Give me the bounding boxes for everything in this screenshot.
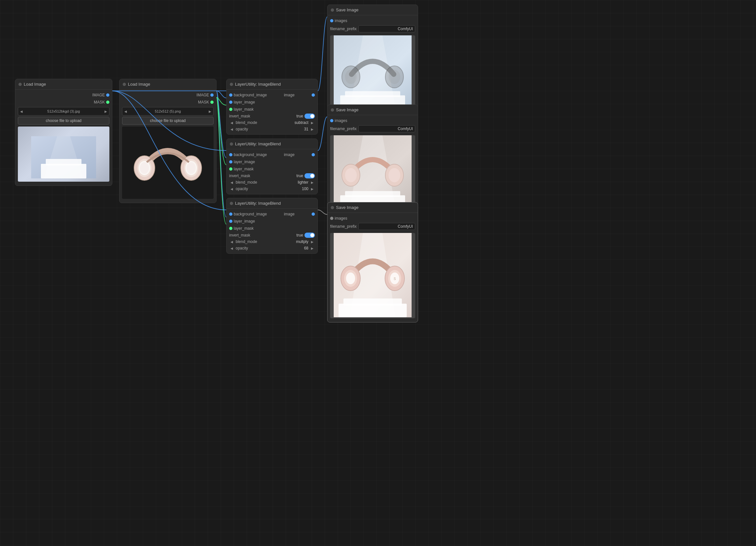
save-dot-3: [331, 206, 334, 209]
blend1-mode-row: ◀ blend_mode subtract ▶: [227, 119, 317, 126]
blend3-mask-port[interactable]: [229, 227, 232, 230]
blend3-layer-port[interactable]: [229, 220, 232, 223]
svg-rect-39: [343, 298, 402, 305]
blend1-mask-port[interactable]: [229, 108, 232, 111]
blend3-bg-row: background_image image: [227, 211, 317, 218]
save2-filename-input[interactable]: [358, 125, 415, 132]
blend1-mode-next[interactable]: ▶: [310, 120, 315, 125]
file-next-1[interactable]: ▶: [105, 110, 107, 113]
save1-preview-svg: [330, 35, 415, 107]
svg-rect-28: [345, 191, 400, 197]
blend-dot-1: [230, 83, 233, 86]
output-image-row-2: IMAGE: [119, 92, 216, 99]
svg-point-25: [345, 168, 357, 182]
save2-preview: [330, 135, 415, 208]
bg-preview-svg-1: [31, 136, 96, 179]
save1-filename-label: filename_prefix: [330, 27, 356, 31]
save-title-2: Save Image: [336, 107, 358, 112]
blend2-mode-prev[interactable]: ◀: [229, 180, 234, 185]
blend2-mode-next[interactable]: ▶: [310, 180, 315, 185]
blend1-bg-row: background_image image: [227, 92, 317, 99]
blend2-layer-port[interactable]: [229, 160, 232, 164]
file-select-1[interactable]: ◀ 512x512bkgd (3).jpg ▶: [18, 107, 109, 116]
blend2-mask-port[interactable]: [229, 168, 232, 171]
blend1-invert-toggle[interactable]: [304, 114, 315, 119]
save1-filename-input[interactable]: [358, 25, 415, 32]
blend1-opacity-row: ◀ opacity 31 ▶: [227, 126, 317, 132]
save3-filename-input[interactable]: [358, 223, 415, 230]
save-header-2: Save Image: [328, 105, 418, 115]
blend1-opacity-next[interactable]: ▶: [310, 127, 315, 132]
save3-images-port[interactable]: [330, 217, 333, 220]
blend2-invert-toggle[interactable]: [304, 173, 315, 179]
file-select-2[interactable]: ◀ 512x512 (5).png ▶: [122, 107, 214, 116]
svg-point-33: [346, 273, 355, 284]
save-header-3: Save Image: [328, 203, 418, 213]
save-image-node-2: Save Image images filename_prefix: [327, 105, 418, 212]
output-image-label-2: IMAGE: [196, 93, 209, 97]
blend3-output-port[interactable]: [312, 213, 315, 216]
blend2-mask-label: layer_mask: [234, 167, 254, 171]
blend1-mode-prev[interactable]: ◀: [229, 120, 234, 125]
image-preview-2: [122, 127, 214, 199]
blend3-invert-label: invert_mask: [229, 233, 295, 238]
output-mask-label-2: MASK: [198, 100, 209, 105]
blend1-output-port[interactable]: [312, 93, 315, 97]
save1-images-label: images: [335, 19, 347, 23]
file-prev-1[interactable]: ◀: [20, 110, 23, 113]
blend1-opacity-prev[interactable]: ◀: [229, 127, 234, 132]
node-title-2: Load Image: [128, 82, 150, 87]
svg-rect-20: [345, 91, 400, 97]
output-image-port-2[interactable]: [210, 93, 214, 97]
blend-title-3: LayerUtility: ImageBlend: [235, 201, 281, 206]
svg-point-11: [139, 161, 150, 175]
blend-title-1: LayerUtility: ImageBlend: [235, 82, 281, 87]
blend-title-2: LayerUtility: ImageBlend: [235, 142, 281, 146]
blend3-invert-toggle[interactable]: [304, 233, 315, 238]
save3-images-row: images: [328, 215, 418, 222]
save2-filename-label: filename_prefix: [330, 127, 356, 131]
blend2-opacity-prev[interactable]: ◀: [229, 186, 234, 192]
save2-images-port[interactable]: [330, 119, 333, 122]
blend2-output-label: image: [284, 153, 295, 157]
svg-rect-2: [41, 164, 86, 179]
bg-preview-1: [18, 127, 109, 182]
upload-btn-2[interactable]: choose file to upload: [122, 117, 214, 125]
blend2-opacity-label: opacity: [236, 187, 301, 191]
save1-images-port[interactable]: [330, 19, 333, 22]
blend2-bg-port[interactable]: [229, 153, 232, 156]
blend3-mode-next[interactable]: ▶: [310, 239, 315, 244]
load-image-node-1: Load Image IMAGE MASK ◀ 512x512bkgd (3).…: [15, 79, 112, 186]
blend1-bg-port[interactable]: [229, 93, 232, 97]
blend3-mode-prev[interactable]: ◀: [229, 239, 234, 244]
blend3-output-label: image: [284, 212, 295, 217]
blend1-layer-port[interactable]: [229, 101, 232, 104]
file-next-2[interactable]: ▶: [209, 110, 211, 113]
blend3-bg-port[interactable]: [229, 213, 232, 216]
save3-filename-row: filename_prefix: [328, 222, 418, 231]
blend1-layer-row: layer_image: [227, 99, 317, 106]
save2-images-label: images: [335, 118, 347, 123]
output-mask-port-2[interactable]: [210, 101, 214, 104]
blend2-mode-value: lighter: [298, 180, 308, 185]
image-preview-1: [18, 127, 109, 182]
save2-images-row: images: [328, 117, 418, 124]
blend-header-1: LayerUtility: ImageBlend: [227, 79, 317, 90]
svg-point-26: [389, 168, 400, 182]
blend3-opacity-next[interactable]: ▶: [310, 246, 315, 251]
blend3-mask-label: layer_mask: [234, 226, 254, 231]
output-image-port-1[interactable]: [106, 93, 109, 97]
save3-images-label: images: [335, 216, 347, 221]
svg-rect-3: [46, 159, 81, 166]
blend2-output-port[interactable]: [312, 153, 315, 156]
save1-preview: [330, 35, 415, 108]
blend3-opacity-prev[interactable]: ◀: [229, 246, 234, 251]
blend1-invert-label: invert_mask: [229, 114, 295, 118]
upload-btn-1[interactable]: choose file to upload: [18, 117, 109, 125]
output-mask-port-1[interactable]: [106, 101, 109, 104]
blend2-opacity-next[interactable]: ▶: [310, 186, 315, 192]
file-prev-2[interactable]: ◀: [124, 110, 127, 113]
blend1-bg-label: background_image: [234, 93, 267, 97]
blend1-mask-label: layer_mask: [234, 107, 254, 112]
image-blend-node-2: LayerUtility: ImageBlend background_imag…: [226, 139, 318, 194]
